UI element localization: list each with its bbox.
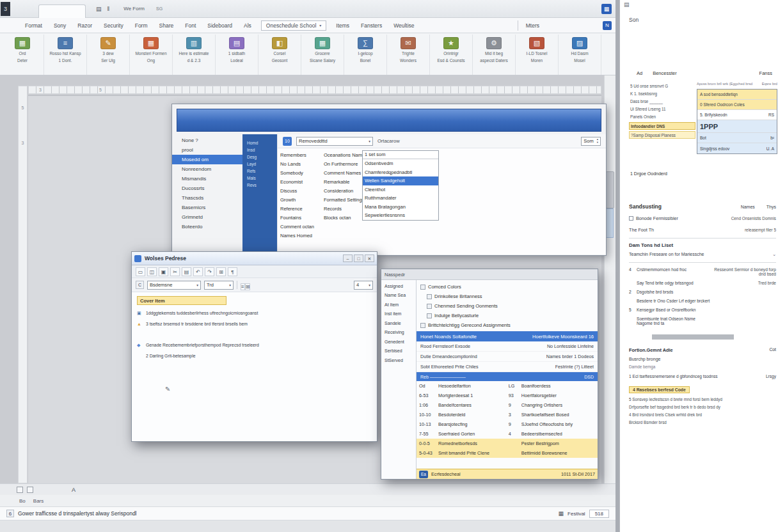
window-button[interactable]: ✕: [365, 254, 374, 262]
table-row[interactable]: 1:06 Bandelfcentares 9 Changring Ortishe…: [417, 400, 598, 410]
ribbon-group[interactable]: ▦ Ord Deter: [1, 35, 44, 75]
value-box-row[interactable]: 5. Brlfyiskeodn RS: [697, 110, 777, 120]
edit-pencil-icon[interactable]: ✎: [165, 386, 170, 393]
task-row[interactable]: 5 Kensegpr Bsed or Onsrelfborkn: [629, 308, 776, 312]
detail-row[interactable]: Dutie Dmeandecomptionlnd Names brder 1 D…: [417, 352, 598, 362]
checkbox-icon[interactable]: [420, 323, 425, 328]
setting-item[interactable]: Consideration: [321, 186, 362, 195]
window-button[interactable]: –: [343, 254, 353, 262]
sidebar-nav-item[interactable]: Revs: [242, 182, 277, 189]
sidebar-nav-item[interactable]: Layd: [242, 160, 277, 168]
checkbox-icon[interactable]: [420, 285, 425, 290]
toolbar-icon[interactable]: ⊞: [216, 267, 226, 276]
category-item[interactable]: Discuss: [278, 186, 321, 195]
ribbon-tab[interactable]: Als: [238, 20, 257, 31]
toolbar-icon[interactable]: ✂: [170, 267, 180, 276]
option-item[interactable]: Indulge Bellycasturle: [417, 311, 598, 320]
ribbon-group[interactable]: ★ Orintrigr Esd & Counsts: [430, 35, 473, 75]
checkbox-icon[interactable]: [427, 294, 432, 299]
setting-item[interactable]: Formatted Settings: [321, 195, 362, 204]
table-row[interactable]: 10-10 Besdoterdeld 3 Shartkoefatfseet Bo…: [417, 410, 598, 419]
form-row[interactable]: K 1. bsekbsnrg: [629, 90, 695, 97]
option-item[interactable]: Brittchtelchtigg Gerecond Assignments: [417, 320, 598, 330]
document-tab[interactable]: [38, 4, 86, 18]
dialog-nav-item[interactable]: Ducossrts: [172, 184, 242, 193]
style-dropdown[interactable]: Removeddttd: [296, 137, 373, 146]
quantity-stepper[interactable]: Som: [581, 137, 601, 146]
sidebar-item[interactable]: Inst item: [381, 309, 416, 319]
sidebar-item[interactable]: Serbised: [381, 347, 416, 356]
toolbar-icon[interactable]: ◫: [147, 267, 157, 276]
dialog-nav-item[interactable]: Nonreendom: [172, 164, 242, 174]
table-row[interactable]: 7-55 Soerfraied Gorten 4 Bedeerstbemsecf…: [417, 429, 598, 439]
ribbon-tab[interactable]: Share: [154, 20, 180, 31]
listbox-item[interactable]: Wellen Sandgeholt: [363, 176, 438, 185]
layout-view-icon[interactable]: [27, 487, 33, 493]
size-dropdown[interactable]: Trd: [204, 281, 234, 290]
toolbar-icon[interactable]: ¶: [228, 267, 237, 276]
ribbon-group[interactable]: ≡ Rosso hst Kansp 1 Dont.: [44, 35, 87, 75]
toolbar-icon[interactable]: ↶: [193, 267, 203, 276]
option-item[interactable]: Drinkollese Britanness: [417, 292, 598, 301]
task-row[interactable]: Besdere tr Ono Csder Lrf edger brckert: [629, 299, 776, 303]
detail-row[interactable]: Sobt Ethoreeted Prite Chiles Festrinte (…: [417, 362, 598, 372]
titlebar-icon[interactable]: ‖: [107, 6, 110, 12]
category-item[interactable]: Economist: [278, 177, 321, 186]
ribbon-tab[interactable]: Items: [330, 20, 355, 31]
sidebar-nav-item[interactable]: Refs: [242, 168, 277, 175]
toolbar-check-icon[interactable]: C: [136, 281, 144, 289]
category-item[interactable]: Reference: [278, 204, 321, 213]
sidebar-item[interactable]: At Item: [381, 300, 416, 309]
toolbar-icon[interactable]: ⊞: [245, 283, 251, 290]
highlighted-note[interactable]: 4 Rasebses berfesd Code: [629, 386, 690, 393]
task-row[interactable]: 2 Dsgotshe brd brsds: [629, 290, 776, 294]
zoom-dropdown[interactable]: 4: [354, 281, 373, 290]
status-item[interactable]: Bo: [19, 498, 26, 504]
sidebar-nav-item[interactable]: Desg: [242, 153, 277, 160]
setting-item[interactable]: Blocks octan: [321, 213, 362, 222]
ribbon-group[interactable]: ▥ Here is estimate d & 2.3: [173, 35, 216, 75]
ribbon-group[interactable]: ▧ I-LD Tosnel Moren: [516, 35, 559, 75]
ribbon-tab[interactable]: Sony: [48, 20, 72, 31]
option-item[interactable]: Chenmed Sending Oonments: [417, 301, 598, 311]
listbox-item[interactable]: Sepwelertlesnsnns: [363, 211, 438, 220]
titlebar-icon[interactable]: ▤: [96, 6, 102, 12]
sidebar-nav-item[interactable]: Mals: [242, 175, 277, 182]
setting-item[interactable]: On Furthermore: [321, 159, 362, 168]
ribbon-tab[interactable]: Weultise: [388, 20, 420, 31]
sidebar-item[interactable]: Sandele: [381, 318, 416, 328]
toolbar-icon[interactable]: ≡: [241, 283, 245, 290]
ribbon-group[interactable]: ∑ I-gelcop Bonel: [344, 35, 387, 75]
category-item[interactable]: No Lands: [278, 159, 321, 168]
listbox-item[interactable]: Odsenbvedm: [363, 159, 438, 168]
dialog-nav-item[interactable]: Basemicrs: [172, 203, 242, 212]
ribbon-tab-help[interactable]: Mters: [518, 20, 545, 31]
setting-item[interactable]: Records: [321, 204, 362, 213]
form-row[interactable]: ?Samp Disposal Planess: [629, 131, 695, 139]
ribbon-group[interactable]: ✎ 3 dew Ser Ulg: [87, 35, 130, 75]
ribbon-group[interactable]: ⚙ Mid it beg aspecst Daters: [473, 35, 516, 75]
ribbon-tab[interactable]: Sideboard: [202, 20, 238, 31]
grid-icon[interactable]: ▦: [559, 510, 564, 517]
ribbon-tab-dropdown[interactable]: Oneschedule School: [261, 20, 326, 31]
form-row[interactable]: Panels Onden: [629, 113, 695, 120]
setting-item[interactable]: Remarkable: [321, 177, 362, 186]
dialog-nav-item[interactable]: Grimnetd: [172, 212, 242, 222]
category-item[interactable]: Somebody: [278, 168, 321, 177]
sidebar-item[interactable]: Name Sea: [381, 291, 416, 301]
ribbon-group[interactable]: ✉ Trighte Wonders: [387, 35, 430, 75]
selected-row[interactable]: Honet Noands Soltafondte Hoertfolkeve Mo…: [417, 331, 598, 341]
checkbox-icon[interactable]: [427, 313, 432, 318]
table-row[interactable]: 0-0-5 Romednetborfesds Pester Bestrigpom: [417, 439, 598, 448]
dialog-nav-item[interactable]: None ?: [172, 136, 242, 145]
window-button[interactable]: □: [354, 254, 363, 262]
app-icon[interactable]: ▦: [601, 4, 612, 14]
ribbon-group[interactable]: ▨ Hd Dasm Mosel: [559, 35, 601, 75]
page-view-icon[interactable]: [17, 487, 23, 493]
detail-row[interactable]: Rood Fernsteorf Exsode No Lonfesside Lin…: [417, 341, 598, 352]
sidebar-item[interactable]: Genedent: [381, 337, 416, 347]
task-row[interactable]: Say Tend brlte odgy brlssngod Tred brde: [629, 281, 776, 285]
dialog-toolbar-icon[interactable]: 10: [283, 137, 292, 146]
option-item[interactable]: Comced Colors: [417, 282, 598, 292]
sidebar-nav-item[interactable]: Homd: [242, 139, 277, 146]
